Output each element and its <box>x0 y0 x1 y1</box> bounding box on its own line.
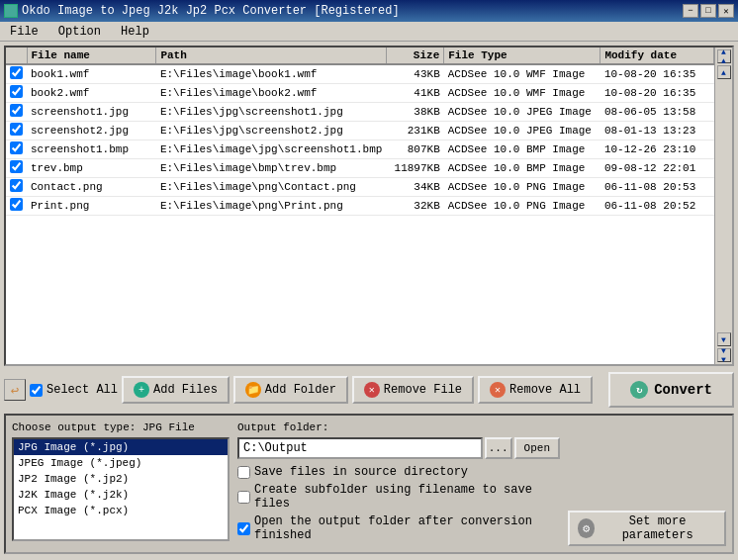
cell-type: ACDSee 10.0 WMF Image <box>444 84 600 103</box>
output-folder-panel: Output folder: ... Open Save files in so… <box>237 421 560 546</box>
back-button[interactable]: ↩ <box>4 379 26 401</box>
cell-filename: Print.png <box>27 197 156 216</box>
row-checkbox[interactable] <box>10 160 23 173</box>
table-row: trev.bmp E:\Files\image\bmp\trev.bmp 118… <box>6 159 714 178</box>
format-list: JPG Image (*.jpg)JPEG Image (*.jpeg)JP2 … <box>12 437 230 541</box>
table-row: screenshot2.jpg E:\Files\jpg\screenshot2… <box>6 122 714 140</box>
table-row: Contact.png E:\Files\image\png\Contact.p… <box>6 178 714 197</box>
cell-path: E:\Files\jpg\screenshot1.jpg <box>156 103 386 122</box>
format-item-pcx[interactable]: PCX Image (*.pcx) <box>14 503 228 518</box>
table-row: screenshot1.bmp E:\Files\image\jpg\scree… <box>6 140 714 159</box>
close-button[interactable]: ✕ <box>718 4 734 18</box>
col-modifydate: Modify date <box>600 47 714 64</box>
format-item-jp2[interactable]: JP2 Image (*.jp2) <box>14 471 228 487</box>
option-checkbox-saveSource[interactable] <box>237 466 250 479</box>
set-params-button[interactable]: ⚙ Set more parameters <box>568 511 726 546</box>
menu-bar: File Option Help <box>0 22 738 42</box>
cell-date: 06-11-08 20:53 <box>600 178 714 197</box>
maximize-button[interactable]: □ <box>700 4 716 18</box>
cell-date: 10-12-26 23:10 <box>600 140 714 159</box>
browse-button[interactable]: ... <box>485 437 512 459</box>
convert-icon: ↻ <box>630 381 648 399</box>
cell-path: E:\Files\image\book2.wmf <box>156 84 386 103</box>
select-all-label[interactable]: Select All <box>46 383 118 397</box>
col-filetype: File Type <box>444 47 600 64</box>
menu-option[interactable]: Option <box>52 23 107 41</box>
remove-file-icon: ✕ <box>364 382 380 398</box>
cell-date: 09-08-12 22:01 <box>600 159 714 178</box>
output-type-panel: Choose output type: JPG File JPG Image (… <box>12 421 230 546</box>
menu-file[interactable]: File <box>4 23 45 41</box>
row-checkbox[interactable] <box>10 179 23 192</box>
open-folder-button[interactable]: Open <box>514 437 560 459</box>
folder-row: ... Open <box>237 437 560 459</box>
cell-path: E:\Files\image\book1.wmf <box>156 64 386 84</box>
cell-filename: screenshot1.jpg <box>27 103 156 122</box>
cell-filename: book2.wmf <box>27 84 156 103</box>
option-label-saveSource[interactable]: Save files in source directory <box>254 465 468 479</box>
cell-type: ACDSee 10.0 PNG Image <box>444 178 600 197</box>
output-folder-label: Output folder: <box>237 421 560 433</box>
title-bar: Okdo Image to Jpeg J2k Jp2 Pcx Converter… <box>0 0 738 22</box>
remove-all-icon: ✕ <box>490 382 506 398</box>
remove-file-button[interactable]: ✕ Remove File <box>352 376 474 404</box>
title-text: Okdo Image to Jpeg J2k Jp2 Pcx Converter… <box>22 4 400 18</box>
cell-size: 32KB <box>386 197 443 216</box>
scroll-up-button[interactable]: ▲ <box>717 65 731 79</box>
table-row: book2.wmf E:\Files\image\book2.wmf 41KB … <box>6 84 714 103</box>
row-checkbox[interactable] <box>10 198 23 211</box>
remove-all-button[interactable]: ✕ Remove All <box>478 376 593 404</box>
option-label-createSubfolder[interactable]: Create subfolder using filename to save … <box>254 483 560 511</box>
add-files-button[interactable]: + Add Files <box>122 376 230 404</box>
row-checkbox[interactable] <box>10 66 23 79</box>
scroll-top-button[interactable]: ▲▲ <box>717 49 731 63</box>
row-checkbox[interactable] <box>10 141 23 154</box>
minimize-button[interactable]: − <box>683 4 698 18</box>
cell-filename: screenshot2.jpg <box>27 122 156 140</box>
col-check <box>6 47 27 64</box>
cell-path: E:\Files\image\png\Print.png <box>156 197 386 216</box>
scroll-down-button[interactable]: ▼ <box>717 332 731 346</box>
params-icon: ⚙ <box>578 518 595 538</box>
cell-type: ACDSee 10.0 JPEG Image <box>444 122 600 140</box>
cell-date: 06-11-08 20:52 <box>600 197 714 216</box>
options-area: Save files in source directoryCreate sub… <box>237 465 560 546</box>
cell-type: ACDSee 10.0 PNG Image <box>444 197 600 216</box>
main-content: File name Path Size File Type Modify dat… <box>0 42 738 558</box>
row-checkbox[interactable] <box>10 85 23 98</box>
option-checkbox-createSubfolder[interactable] <box>237 491 250 504</box>
cell-filename: trev.bmp <box>27 159 156 178</box>
cell-size: 11897KB <box>386 159 443 178</box>
toolbar: ↩ Select All + Add Files 📁 Add Folder ✕ … <box>4 370 734 410</box>
cell-size: 34KB <box>386 178 443 197</box>
output-folder-input[interactable] <box>237 437 483 459</box>
cell-date: 10-08-20 16:35 <box>600 64 714 84</box>
table-row: screenshot1.jpg E:\Files\jpg\screenshot1… <box>6 103 714 122</box>
cell-path: E:\Files\image\bmp\trev.bmp <box>156 159 386 178</box>
row-checkbox[interactable] <box>10 123 23 136</box>
row-checkbox[interactable] <box>10 104 23 117</box>
format-item-j2k[interactable]: J2K Image (*.j2k) <box>14 487 228 503</box>
menu-help[interactable]: Help <box>115 23 155 41</box>
cell-filename: Contact.png <box>27 178 156 197</box>
scroll-panel: ▲▲ ▲ ▼ ▼▼ <box>714 47 732 364</box>
col-path: Path <box>156 47 386 64</box>
format-item-jpg[interactable]: JPG Image (*.jpg) <box>14 439 228 455</box>
cell-filename: screenshot1.bmp <box>27 140 156 159</box>
convert-button[interactable]: ↻ Convert <box>608 372 734 408</box>
scroll-bottom-button[interactable]: ▼▼ <box>717 348 731 362</box>
cell-type: ACDSee 10.0 BMP Image <box>444 140 600 159</box>
format-item-jpeg[interactable]: JPEG Image (*.jpeg) <box>14 455 228 471</box>
col-size: Size <box>386 47 443 64</box>
output-type-label: Choose output type: JPG File <box>12 421 230 433</box>
option-label-openAfter[interactable]: Open the output folder after conversion … <box>254 514 560 542</box>
table-row: book1.wmf E:\Files\image\book1.wmf 43KB … <box>6 64 714 84</box>
cell-path: E:\Files\image\png\Contact.png <box>156 178 386 197</box>
add-folder-button[interactable]: 📁 Add Folder <box>233 376 348 404</box>
option-row-openAfter: Open the output folder after conversion … <box>237 514 560 542</box>
cell-date: 10-08-20 16:35 <box>600 84 714 103</box>
option-checkbox-openAfter[interactable] <box>237 522 250 535</box>
select-all-checkbox[interactable] <box>30 384 43 397</box>
cell-type: ACDSee 10.0 WMF Image <box>444 64 600 84</box>
cell-type: ACDSee 10.0 BMP Image <box>444 159 600 178</box>
